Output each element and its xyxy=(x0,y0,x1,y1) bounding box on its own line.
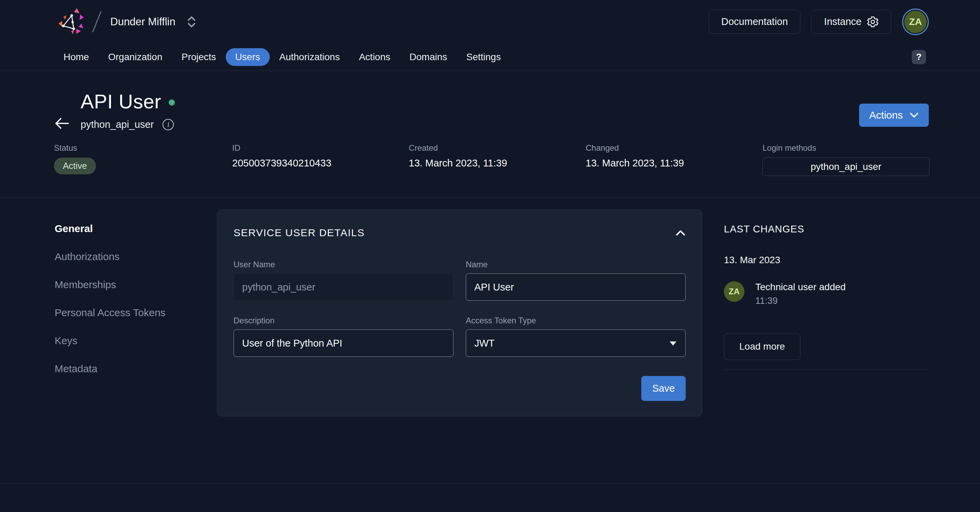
service-user-details-card: SERVICE USER DETAILS User Name Name Desc… xyxy=(217,209,702,416)
org-switcher[interactable]: Dunder Mifflin xyxy=(110,15,196,29)
id-label: ID xyxy=(232,143,409,153)
load-more-button[interactable]: Load more xyxy=(724,333,800,360)
name-input[interactable] xyxy=(466,273,686,301)
event-text: Technical user added xyxy=(755,281,846,293)
nav-tab-domains[interactable]: Domains xyxy=(400,48,457,66)
nav-tab-home[interactable]: Home xyxy=(54,48,99,66)
last-changes-panel: LAST CHANGES 13. Mar 2023 ZA Technical u… xyxy=(724,198,929,483)
chevron-down-icon xyxy=(910,112,918,118)
info-icon[interactable]: i xyxy=(162,119,174,130)
access-token-type-value: JWT xyxy=(474,338,495,349)
meta-created: Created 13. March 2023, 11:39 xyxy=(409,143,585,176)
login-method-chip: python_api_user xyxy=(762,158,929,176)
avatar-initials: ZA xyxy=(909,16,922,27)
field-access-token-type: Access Token Type JWT xyxy=(466,316,686,357)
field-user-name: User Name xyxy=(234,260,453,301)
user-name-input xyxy=(234,273,453,301)
sidebar-item-general[interactable]: General xyxy=(55,215,198,242)
arrow-left-icon xyxy=(55,118,70,129)
card-title: SERVICE USER DETAILS xyxy=(234,227,365,239)
actions-dropdown-button[interactable]: Actions xyxy=(859,104,929,127)
created-label: Created xyxy=(409,143,585,153)
actions-label: Actions xyxy=(869,109,903,121)
instance-label: Instance xyxy=(824,16,862,27)
sidebar-item-authorizations[interactable]: Authorizations xyxy=(55,242,198,271)
zitadel-logo-icon[interactable] xyxy=(57,7,86,37)
select-caret-icon xyxy=(670,341,676,346)
description-label: Description xyxy=(234,316,453,325)
sidebar-item-keys[interactable]: Keys xyxy=(55,327,198,355)
created-value: 13. March 2023, 11:39 xyxy=(409,158,585,169)
page-header: API User python_api_user i Actions Statu… xyxy=(0,71,980,198)
instance-button[interactable]: Instance xyxy=(811,10,891,34)
main-nav: Home Organization Projects Users Authori… xyxy=(0,43,980,71)
access-token-type-label: Access Token Type xyxy=(466,316,686,325)
page-subtitle: python_api_user xyxy=(81,119,154,130)
topbar: Dunder Mifflin Documentation Instance ZA xyxy=(0,0,980,43)
nav-tab-users[interactable]: Users xyxy=(226,48,270,66)
last-changes-title: LAST CHANGES xyxy=(724,223,929,235)
name-label: Name xyxy=(466,260,686,270)
changed-label: Changed xyxy=(585,143,762,153)
meta-row: Status Active ID 205003739340210433 Crea… xyxy=(0,143,980,176)
login-methods-label: Login methods xyxy=(762,143,929,153)
access-token-type-select[interactable]: JWT xyxy=(466,330,686,357)
unfold-icon xyxy=(187,15,196,29)
nav-tab-projects[interactable]: Projects xyxy=(172,48,225,66)
nav-tab-organization[interactable]: Organization xyxy=(99,48,172,66)
event-time: 11:39 xyxy=(755,296,846,306)
save-button[interactable]: Save xyxy=(641,376,686,401)
description-input[interactable] xyxy=(234,330,453,357)
meta-changed: Changed 13. March 2023, 11:39 xyxy=(585,143,762,176)
change-event: ZA Technical user added 11:39 xyxy=(724,281,929,306)
section-sidebar: General Authorizations Memberships Perso… xyxy=(55,198,198,483)
event-avatar: ZA xyxy=(724,281,745,302)
status-badge: Active xyxy=(54,158,96,174)
nav-tab-settings[interactable]: Settings xyxy=(457,48,511,66)
user-name-label: User Name xyxy=(234,260,453,270)
chevron-up-icon xyxy=(675,230,686,236)
field-name: Name xyxy=(466,260,686,301)
help-button[interactable]: ? xyxy=(912,50,926,64)
id-value: 205003739340210433 xyxy=(232,158,409,169)
meta-login-methods: Login methods python_api_user xyxy=(762,143,929,176)
meta-id: ID 205003739340210433 xyxy=(232,143,409,176)
back-button[interactable] xyxy=(51,112,73,134)
changed-value: 13. March 2023, 11:39 xyxy=(585,158,762,169)
meta-status: Status Active xyxy=(54,143,232,176)
collapse-button[interactable] xyxy=(675,230,686,236)
documentation-label: Documentation xyxy=(721,16,788,27)
active-state-dot xyxy=(169,99,175,105)
breadcrumb-slash-divider xyxy=(92,11,102,32)
sidebar-item-metadata[interactable]: Metadata xyxy=(55,355,198,383)
change-date: 13. Mar 2023 xyxy=(724,255,929,266)
org-name: Dunder Mifflin xyxy=(110,16,175,28)
user-avatar[interactable]: ZA xyxy=(902,8,929,35)
content: General Authorizations Memberships Perso… xyxy=(0,198,980,483)
status-label: Status xyxy=(54,143,232,153)
documentation-button[interactable]: Documentation xyxy=(708,10,800,34)
sidebar-item-memberships[interactable]: Memberships xyxy=(55,271,198,299)
nav-tab-authorizations[interactable]: Authorizations xyxy=(270,48,349,66)
page-title: API User xyxy=(81,90,161,113)
sidebar-item-personal-access-tokens[interactable]: Personal Access Tokens xyxy=(55,299,198,327)
nav-tab-actions[interactable]: Actions xyxy=(349,48,400,66)
gear-icon xyxy=(867,16,878,28)
field-description: Description xyxy=(234,316,453,357)
